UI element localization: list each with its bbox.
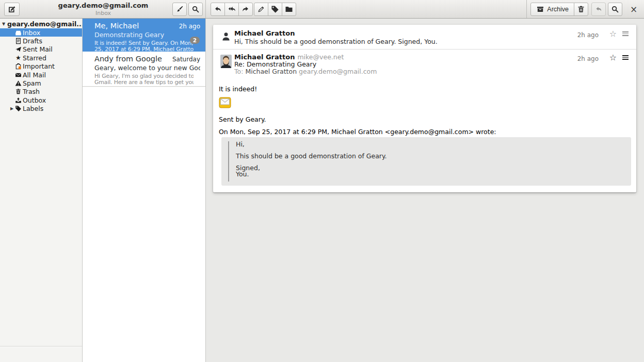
message-menu-icon[interactable] [622,31,629,36]
label-button[interactable] [268,3,282,16]
sidebar-item-important[interactable]: Important [0,62,82,71]
message-date: 2h ago [577,55,599,62]
compose-button[interactable] [4,3,20,16]
close-window-button[interactable]: × [627,4,640,14]
sidebar-account-row[interactable]: ▼ geary.demo@gmail.... [0,20,82,28]
archive-icon [536,5,544,13]
window-subtitle: Inbox [28,10,178,16]
star-icon: ★ [15,55,22,61]
conversation-count-badge: 2 [190,37,200,44]
conversation-subject: Geary, welcome to your new Google Acco..… [94,64,200,72]
collapsed-message-row[interactable]: Michael Gratton Hi, This should be a goo… [213,25,636,50]
person-avatar-icon [221,30,231,43]
conversation-viewer: Michael Gratton Hi, This should be a goo… [206,19,644,362]
expanded-message-header[interactable]: Michael Grattonmike@vee.net Re: Demonstr… [213,50,636,78]
trash-icon [15,88,22,95]
conversation-sender: Me, Michael [94,22,176,30]
sidebar-item-label: Spam [23,79,41,87]
empty-folder-button[interactable] [172,3,187,16]
conversation-subject: Demonstrating Geary [94,31,200,39]
mark-button-group [254,3,296,16]
conversation-date: Saturday [172,56,200,63]
conversation-list: Me, Michael 2h ago Demonstrating Geary I… [83,19,206,362]
quote-line: Hi, [236,140,245,148]
headerbar-right-section: Archive × [526,0,644,18]
window-title: geary.demo@gmail.com [28,2,178,9]
trash-icon [577,5,585,13]
compose-icon [8,5,16,13]
sidebar-item-drafts[interactable]: Drafts [0,37,82,45]
inbox-icon [15,29,22,36]
all-mail-icon [15,72,22,78]
conversation-preview: It is indeed! Sent by Geary. On Mon, Sep… [94,40,194,53]
move-folder-icon [285,5,293,13]
sidebar-item-trash[interactable]: Trash [0,88,82,96]
folder-sidebar: ▼ geary.demo@gmail.... Inbox Drafts Sent… [0,19,83,362]
quote-attribution: On Mon, Sep 25, 2017 at 6:29 PM, Michael… [219,128,496,136]
move-button[interactable] [282,3,296,16]
sidebar-item-label: Sent Mail [23,45,53,53]
sidebar-item-starred[interactable]: ★ Starred [0,54,82,62]
geary-logo-image [219,96,231,109]
chevron-down-icon[interactable]: ▼ [0,22,7,26]
to-email: geary.demo@gmail.com [299,68,377,75]
email-thread-card: Michael Gratton Hi, This should be a goo… [213,25,636,192]
sidebar-item-label: Important [23,62,55,70]
message-to-line: To:Michael Grattongeary.demo@gmail.com [234,68,377,75]
mark-button[interactable] [254,3,268,16]
brush-icon [175,5,184,13]
sidebar-item-label: Outbox [23,96,46,104]
message-date: 2h ago [577,31,599,39]
conversation-item-selected[interactable]: Me, Michael 2h ago Demonstrating Geary I… [83,19,205,52]
quoted-text-block: Hi, This should be a good demonstration … [221,137,631,186]
sidebar-item-outbox[interactable]: Outbox [0,96,82,104]
forward-icon [242,5,250,13]
to-name: Michael Gratton [245,68,297,75]
message-sender: Michael Gratton [234,29,295,37]
sender-avatar [220,55,232,68]
important-icon [15,63,22,70]
headerbar: geary.demo@gmail.com Inbox Archive [0,0,644,19]
sidebar-item-inbox[interactable]: Inbox [0,28,82,37]
sidebar-item-label: Starred [23,54,46,62]
message-sender-email: mike@vee.net [297,53,344,61]
marker-icon [257,5,265,13]
undo-button[interactable] [591,3,606,16]
sidebar-item-label: Drafts [23,37,42,45]
reply-all-icon [228,5,236,13]
sidebar-item-spam[interactable]: Spam [0,79,82,87]
forward-button[interactable] [238,3,253,16]
conversation-item[interactable]: Andy from Google Saturday Geary, welcome… [83,52,205,87]
message-menu-icon[interactable] [622,55,629,60]
sidebar-item-label: Trash [23,88,40,95]
conversation-date: 2h ago [179,23,200,30]
quote-line: You. [236,170,249,178]
undo-icon [594,5,603,13]
sidebar-item-labels[interactable]: ▶ Labels [0,105,82,113]
message-preview: Hi, This should be a good demonstration … [234,38,438,45]
star-icon[interactable]: ☆ [609,54,617,62]
geary-window: geary.demo@gmail.com Inbox Archive [0,0,644,362]
archive-button[interactable]: Archive [530,3,574,16]
search-button[interactable] [608,3,622,16]
chevron-right-icon[interactable]: ▶ [9,106,15,111]
message-sender: Michael Gratton [234,53,295,61]
search-toggle-button[interactable] [188,3,203,16]
reply-all-button[interactable] [224,3,239,16]
account-label: geary.demo@gmail.... [7,20,82,28]
sidebar-item-sent-mail[interactable]: Sent Mail [0,45,82,54]
archive-button-label: Archive [547,6,569,13]
body-text: Sent by Geary. [219,116,266,123]
spam-icon [15,80,22,87]
search-icon [191,5,200,13]
trash-button[interactable] [574,3,588,16]
sidebar-divider [0,346,82,347]
headerbar-left-section: geary.demo@gmail.com Inbox [0,0,206,18]
sidebar-item-all-mail[interactable]: All Mail [0,71,82,79]
sent-mail-icon [15,46,22,53]
reply-button[interactable] [211,3,225,16]
tag-icon [271,5,279,13]
star-icon[interactable]: ☆ [609,30,617,38]
outbox-icon [15,97,22,104]
conversation-sender: Andy from Google [94,55,169,63]
